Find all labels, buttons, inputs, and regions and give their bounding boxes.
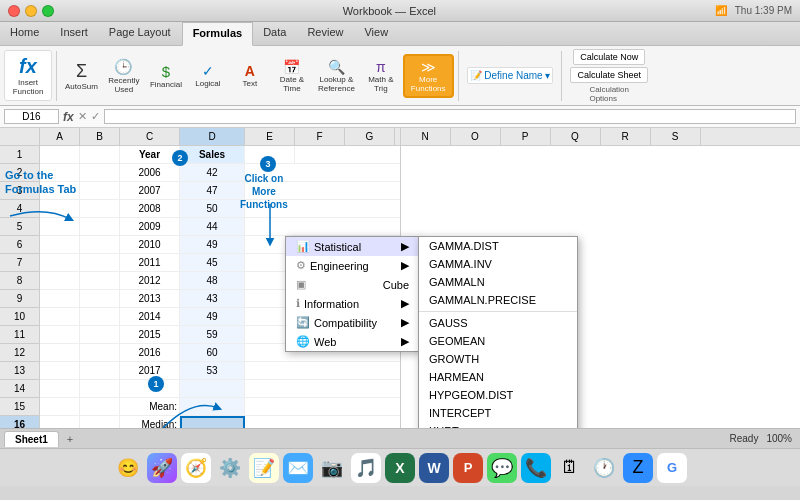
cell-B13[interactable] — [80, 362, 120, 379]
cell-B4[interactable] — [80, 200, 120, 217]
cancel-icon[interactable]: ✕ — [78, 110, 87, 123]
cell-C10[interactable]: 2014 — [120, 308, 180, 325]
cell-B9[interactable] — [80, 290, 120, 307]
cell-D13[interactable]: 53 — [180, 362, 245, 379]
cell-A4[interactable] — [40, 200, 80, 217]
fn-kurt[interactable]: KURT — [419, 422, 577, 428]
math-btn[interactable]: π Math &Trig — [361, 57, 401, 95]
submenu-statistical[interactable]: 📊 Statistical ▶ — [286, 237, 419, 256]
cell-B6[interactable] — [80, 236, 120, 253]
cell-D3[interactable]: 47 — [180, 182, 245, 199]
cell-A3[interactable] — [40, 182, 80, 199]
tab-formulas[interactable]: Formulas — [182, 22, 254, 46]
cell-D14[interactable] — [180, 380, 245, 397]
cell-A15[interactable] — [40, 398, 80, 415]
cell-B3[interactable] — [80, 182, 120, 199]
logical-btn[interactable]: ✓ Logical — [188, 61, 228, 90]
cell-C6[interactable]: 2010 — [120, 236, 180, 253]
fn-harmean[interactable]: HARMEAN — [419, 368, 577, 386]
cell-C14[interactable] — [120, 380, 180, 397]
cell-A1[interactable] — [40, 146, 80, 163]
cell-A11[interactable] — [40, 326, 80, 343]
fn-intercept[interactable]: INTERCEPT — [419, 404, 577, 422]
dock-calendar[interactable]: 🗓 — [555, 453, 585, 483]
lookup-btn[interactable]: 🔍 Lookup &Reference — [314, 57, 359, 95]
cell-A12[interactable] — [40, 344, 80, 361]
cell-C4[interactable]: 2008 — [120, 200, 180, 217]
add-sheet-btn[interactable]: + — [67, 433, 73, 445]
cell-A10[interactable] — [40, 308, 80, 325]
dock-word[interactable]: W — [419, 453, 449, 483]
cell-C9[interactable]: 2013 — [120, 290, 180, 307]
cell-A14[interactable] — [40, 380, 80, 397]
text-btn[interactable]: A Text — [230, 61, 270, 90]
cell-A2[interactable] — [40, 164, 80, 181]
cell-B12[interactable] — [80, 344, 120, 361]
dock-settings[interactable]: ⚙️ — [215, 453, 245, 483]
close-button[interactable] — [8, 5, 20, 17]
dock-itunes[interactable]: 🎵 — [351, 453, 381, 483]
confirm-icon[interactable]: ✓ — [91, 110, 100, 123]
cell-A6[interactable] — [40, 236, 80, 253]
cell-B1[interactable] — [80, 146, 120, 163]
financial-btn[interactable]: $ Financial — [146, 61, 186, 91]
cell-C12[interactable]: 2016 — [120, 344, 180, 361]
dock-finder[interactable]: 😊 — [113, 453, 143, 483]
cell-B16[interactable] — [80, 416, 120, 428]
tab-home[interactable]: Home — [0, 22, 50, 45]
dock-photos[interactable]: 📷 — [317, 453, 347, 483]
cell-A16[interactable] — [40, 416, 80, 428]
dock-imessage[interactable]: 💬 — [487, 453, 517, 483]
cell-C7[interactable]: 2011 — [120, 254, 180, 271]
cell-B8[interactable] — [80, 272, 120, 289]
submenu-web[interactable]: 🌐 Web ▶ — [286, 332, 419, 351]
sheet-tab-sheet1[interactable]: Sheet1 — [4, 431, 59, 447]
cell-E4[interactable] — [245, 200, 295, 217]
cell-C5[interactable]: 2009 — [120, 218, 180, 235]
calculate-sheet-btn[interactable]: Calculate Sheet — [570, 67, 648, 83]
cell-D12[interactable]: 60 — [180, 344, 245, 361]
cell-E5[interactable] — [245, 218, 295, 235]
cell-B10[interactable] — [80, 308, 120, 325]
fn-geomean[interactable]: GEOMEAN — [419, 332, 577, 350]
fn-gamma-inv[interactable]: GAMMA.INV — [419, 255, 577, 273]
submenu-information[interactable]: ℹ Information ▶ — [286, 294, 419, 313]
cell-C15-mean[interactable]: Mean: — [120, 398, 180, 415]
submenu-cube[interactable]: ▣ Cube — [286, 275, 419, 294]
cell-D2[interactable]: 42 — [180, 164, 245, 181]
cell-C3[interactable]: 2007 — [120, 182, 180, 199]
dock-powerpoint[interactable]: P — [453, 453, 483, 483]
insert-function-btn[interactable]: fx InsertFunction — [4, 50, 52, 101]
cell-B15[interactable] — [80, 398, 120, 415]
cell-A9[interactable] — [40, 290, 80, 307]
cell-E3[interactable] — [245, 182, 295, 199]
name-box[interactable] — [4, 109, 59, 124]
tab-data[interactable]: Data — [253, 22, 297, 45]
dock-safari[interactable]: 🧭 — [181, 453, 211, 483]
dock-skype[interactable]: 📞 — [521, 453, 551, 483]
cell-D8[interactable]: 48 — [180, 272, 245, 289]
define-name-btn[interactable]: 📝 Define Name ▾ — [467, 67, 554, 84]
dock-excel[interactable]: X — [385, 453, 415, 483]
dock-clock[interactable]: 🕐 — [589, 453, 619, 483]
formula-input[interactable] — [104, 109, 796, 124]
cell-D7[interactable]: 45 — [180, 254, 245, 271]
cell-D4[interactable]: 50 — [180, 200, 245, 217]
cell-D16-selected[interactable] — [180, 416, 245, 428]
fn-gammaln-precise[interactable]: GAMMALN.PRECISE — [419, 291, 577, 309]
tab-review[interactable]: Review — [297, 22, 354, 45]
tab-view[interactable]: View — [354, 22, 399, 45]
cell-D6[interactable]: 49 — [180, 236, 245, 253]
cell-A7[interactable] — [40, 254, 80, 271]
dock-zoom[interactable]: Z — [623, 453, 653, 483]
cell-A5[interactable] — [40, 218, 80, 235]
fn-gammaln[interactable]: GAMMALN — [419, 273, 577, 291]
cell-A8[interactable] — [40, 272, 80, 289]
cell-D9[interactable]: 43 — [180, 290, 245, 307]
tab-insert[interactable]: Insert — [50, 22, 99, 45]
submenu-compatibility[interactable]: 🔄 Compatibility ▶ — [286, 313, 419, 332]
cell-D11[interactable]: 59 — [180, 326, 245, 343]
cell-B7[interactable] — [80, 254, 120, 271]
fn-growth[interactable]: GROWTH — [419, 350, 577, 368]
cell-B5[interactable] — [80, 218, 120, 235]
